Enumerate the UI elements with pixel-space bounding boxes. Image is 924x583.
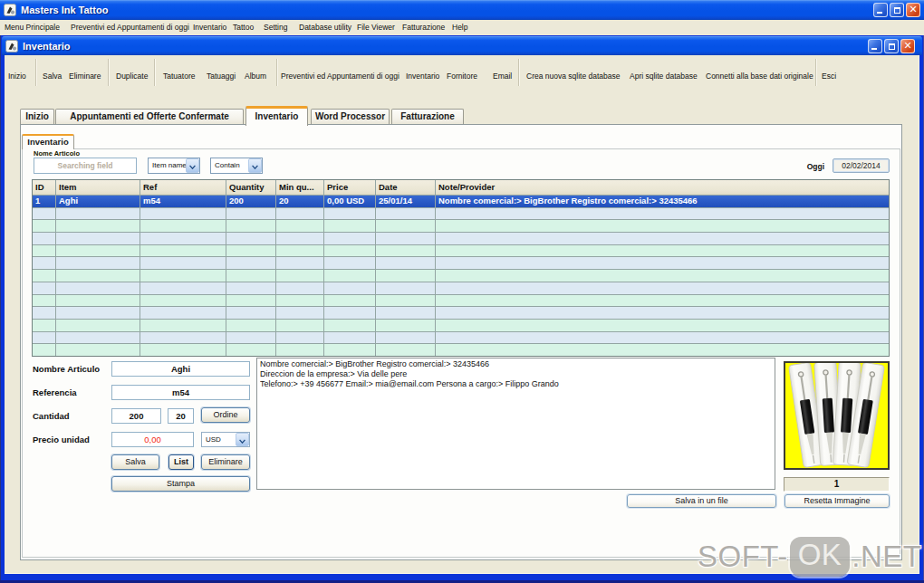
empty-row-cell[interactable] xyxy=(324,332,375,344)
empty-row-cell[interactable] xyxy=(436,332,889,344)
empty-row-cell[interactable] xyxy=(436,282,889,294)
empty-row-cell[interactable] xyxy=(376,245,435,257)
toolbar-button-apri-sqlite-database[interactable]: Apri sqlite database xyxy=(630,55,698,97)
empty-row-cell[interactable] xyxy=(33,307,55,319)
selected-row-cell[interactable]: Aghi xyxy=(56,196,140,207)
empty-row-cell[interactable] xyxy=(140,270,226,282)
empty-row-cell[interactable] xyxy=(56,270,140,282)
toolbar-button-connetti-alla-base-dati-originale[interactable]: Connetti alla base dati originale xyxy=(706,55,813,97)
empty-row-cell[interactable] xyxy=(324,257,375,269)
eliminare-button[interactable]: Eliminare xyxy=(201,454,250,470)
subtab-inventario[interactable]: Inventario xyxy=(22,134,74,149)
menu-item-preventivi-ed-appuntamenti-di-oggi[interactable]: Preventivi ed Appuntamenti di oggi xyxy=(71,20,189,35)
empty-row-cell[interactable] xyxy=(436,257,889,269)
column-header-id[interactable]: ID xyxy=(33,180,55,195)
provider-notes-textarea[interactable]: Nombre comercial:> BigBrother Registro c… xyxy=(256,358,775,490)
empty-row-cell[interactable] xyxy=(56,344,140,356)
search-input[interactable]: Searching field xyxy=(34,158,137,174)
empty-row-cell[interactable] xyxy=(56,257,140,269)
empty-row-cell[interactable] xyxy=(33,208,55,220)
empty-row-cell[interactable] xyxy=(140,307,226,319)
menu-item-menu-principale[interactable]: Menu Principale xyxy=(5,20,60,35)
empty-row-cell[interactable] xyxy=(33,245,55,257)
empty-row-cell[interactable] xyxy=(56,245,140,257)
empty-row-cell[interactable] xyxy=(324,320,375,331)
salva-in-un-file-button[interactable]: Salva in un file xyxy=(627,494,776,508)
cantidad-min-input[interactable]: 20 xyxy=(168,408,194,424)
toolbar-button-tatuaggi[interactable]: Tatuaggi xyxy=(207,55,236,97)
toolbar-button-fornitore[interactable]: Fornitore xyxy=(447,55,477,97)
empty-row-cell[interactable] xyxy=(376,270,435,282)
close-button[interactable]: ✕ xyxy=(906,3,920,17)
empty-row-cell[interactable] xyxy=(33,332,55,344)
menu-item-database-utility[interactable]: Database utility xyxy=(299,20,351,35)
empty-row-cell[interactable] xyxy=(226,257,275,269)
empty-row-cell[interactable] xyxy=(324,270,375,282)
empty-row-cell[interactable] xyxy=(140,295,226,307)
menu-item-tattoo[interactable]: Tattoo xyxy=(233,20,254,35)
empty-row-cell[interactable] xyxy=(276,332,323,344)
empty-row-cell[interactable] xyxy=(376,320,435,331)
ordine-button[interactable]: Ordine xyxy=(201,407,250,423)
empty-row-cell[interactable] xyxy=(276,344,323,356)
empty-row-cell[interactable] xyxy=(33,295,55,307)
empty-row-cell[interactable] xyxy=(436,220,889,232)
column-header-ref[interactable]: Ref xyxy=(140,180,226,195)
empty-row-cell[interactable] xyxy=(324,220,375,232)
empty-row-cell[interactable] xyxy=(324,344,375,356)
empty-row-cell[interactable] xyxy=(226,245,275,257)
column-header-note-provider[interactable]: Note/Provider xyxy=(436,180,889,195)
tab-word-processor[interactable]: Word Processor xyxy=(311,109,390,125)
empty-row-cell[interactable] xyxy=(33,257,55,269)
empty-row-cell[interactable] xyxy=(276,257,323,269)
toolbar-button-preventivi-ed-appuntamenti-di-oggi[interactable]: Preventivi ed Appuntamenti di oggi xyxy=(281,55,399,97)
referencia-input[interactable]: m54 xyxy=(111,385,250,400)
selected-row-cell[interactable]: Nombre comercial:> BigBrother Registro c… xyxy=(436,196,889,207)
empty-row-cell[interactable] xyxy=(376,307,435,319)
empty-row-cell[interactable] xyxy=(276,245,323,257)
chevron-down-icon[interactable] xyxy=(236,433,249,446)
child-close-button[interactable]: ✕ xyxy=(900,39,915,53)
menu-item-setting[interactable]: Setting xyxy=(264,20,287,35)
empty-row-cell[interactable] xyxy=(436,295,889,307)
chevron-down-icon[interactable] xyxy=(248,158,262,173)
empty-row-cell[interactable] xyxy=(56,208,140,220)
empty-row-cell[interactable] xyxy=(140,245,226,257)
child-minimize-button[interactable] xyxy=(868,39,882,53)
toolbar-button-esci[interactable]: Esci xyxy=(822,55,836,97)
list-button[interactable]: List xyxy=(168,454,194,470)
empty-row-cell[interactable] xyxy=(56,295,140,307)
empty-row-cell[interactable] xyxy=(56,220,140,232)
toolbar-button-duplicate[interactable]: Duplicate xyxy=(116,55,148,97)
column-header-price[interactable]: Price xyxy=(324,180,375,195)
empty-row-cell[interactable] xyxy=(276,320,323,331)
search-field-combobox[interactable]: Item name xyxy=(148,158,200,174)
empty-row-cell[interactable] xyxy=(436,208,889,220)
empty-row-cell[interactable] xyxy=(56,320,140,331)
toolbar-button-salva[interactable]: Salva xyxy=(43,55,62,97)
nombre-articulo-input[interactable]: Aghi xyxy=(111,361,250,377)
tab-inizio[interactable]: Inizio xyxy=(20,109,54,125)
empty-row-cell[interactable] xyxy=(226,208,275,220)
empty-row-cell[interactable] xyxy=(324,282,375,294)
toolbar-button-album[interactable]: Album xyxy=(245,55,266,97)
empty-row-cell[interactable] xyxy=(226,270,275,282)
child-maximize-button[interactable] xyxy=(884,39,899,53)
selected-row-cell[interactable]: 0,00 USD xyxy=(324,196,375,207)
empty-row-cell[interactable] xyxy=(56,332,140,344)
empty-row-cell[interactable] xyxy=(324,233,375,244)
empty-row-cell[interactable] xyxy=(276,282,323,294)
empty-row-cell[interactable] xyxy=(376,257,435,269)
empty-row-cell[interactable] xyxy=(140,282,226,294)
resetta-immagine-button[interactable]: Resetta Immagine xyxy=(784,494,890,508)
maximize-button[interactable] xyxy=(890,3,904,17)
currency-combobox[interactable]: USD xyxy=(201,432,250,447)
empty-row-cell[interactable] xyxy=(436,320,889,331)
selected-row-cell[interactable]: 20 xyxy=(276,196,323,207)
selected-row-cell[interactable]: 25/01/14 xyxy=(376,196,435,207)
empty-row-cell[interactable] xyxy=(376,332,435,344)
stampa-button[interactable]: Stampa xyxy=(111,476,250,492)
tab-appuntamenti-ed-offerte-confermate[interactable]: Appuntamenti ed Offerte Confermate xyxy=(55,109,244,125)
empty-row-cell[interactable] xyxy=(324,245,375,257)
empty-row-cell[interactable] xyxy=(376,282,435,294)
